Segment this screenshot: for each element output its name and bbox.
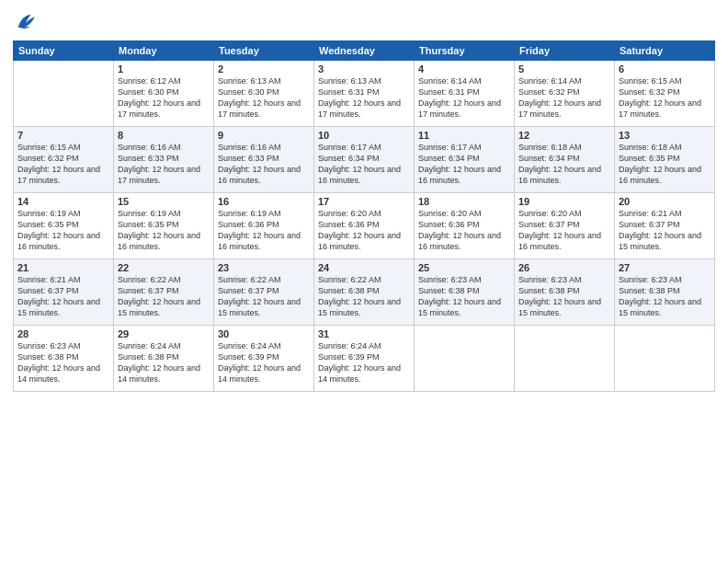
- day-number: 4: [418, 63, 510, 75]
- header-tuesday: Tuesday: [214, 41, 314, 61]
- week-row-5: 28Sunrise: 6:23 AM Sunset: 6:38 PM Dayli…: [14, 326, 715, 392]
- day-info: Sunrise: 6:19 AM Sunset: 6:35 PM Dayligh…: [118, 208, 210, 253]
- calendar-cell: 19Sunrise: 6:20 AM Sunset: 6:37 PM Dayli…: [515, 193, 615, 259]
- day-info: Sunrise: 6:17 AM Sunset: 6:34 PM Dayligh…: [318, 142, 410, 187]
- calendar-cell: [415, 326, 515, 392]
- calendar-cell: 2Sunrise: 6:13 AM Sunset: 6:30 PM Daylig…: [214, 61, 314, 127]
- calendar-cell: 9Sunrise: 6:16 AM Sunset: 6:33 PM Daylig…: [214, 127, 314, 193]
- day-number: 26: [518, 262, 610, 273]
- calendar-cell: 8Sunrise: 6:16 AM Sunset: 6:33 PM Daylig…: [114, 127, 214, 193]
- calendar-cell: 13Sunrise: 6:18 AM Sunset: 6:35 PM Dayli…: [615, 127, 715, 193]
- day-info: Sunrise: 6:14 AM Sunset: 6:31 PM Dayligh…: [418, 75, 510, 121]
- day-number: 7: [17, 130, 109, 141]
- day-number: 30: [218, 328, 310, 339]
- day-info: Sunrise: 6:22 AM Sunset: 6:38 PM Dayligh…: [318, 274, 410, 319]
- calendar-cell: 3Sunrise: 6:13 AM Sunset: 6:31 PM Daylig…: [314, 61, 415, 127]
- calendar-cell: 18Sunrise: 6:20 AM Sunset: 6:36 PM Dayli…: [415, 193, 515, 259]
- day-info: Sunrise: 6:19 AM Sunset: 6:36 PM Dayligh…: [218, 208, 310, 253]
- header-saturday: Saturday: [615, 41, 715, 61]
- header-friday: Friday: [515, 41, 615, 61]
- day-info: Sunrise: 6:23 AM Sunset: 6:38 PM Dayligh…: [518, 274, 610, 319]
- calendar-cell: 6Sunrise: 6:15 AM Sunset: 6:32 PM Daylig…: [615, 61, 715, 127]
- day-info: Sunrise: 6:18 AM Sunset: 6:35 PM Dayligh…: [619, 142, 711, 187]
- calendar-cell: 1Sunrise: 6:12 AM Sunset: 6:30 PM Daylig…: [114, 61, 214, 127]
- calendar-header-row: SundayMondayTuesdayWednesdayThursdayFrid…: [14, 41, 715, 61]
- logo-bird-icon: [13, 9, 39, 35]
- calendar-cell: 4Sunrise: 6:14 AM Sunset: 6:31 PM Daylig…: [415, 61, 515, 127]
- day-info: Sunrise: 6:19 AM Sunset: 6:35 PM Dayligh…: [17, 208, 109, 253]
- day-info: Sunrise: 6:16 AM Sunset: 6:33 PM Dayligh…: [218, 142, 310, 187]
- calendar-cell: 24Sunrise: 6:22 AM Sunset: 6:38 PM Dayli…: [314, 259, 415, 326]
- day-info: Sunrise: 6:23 AM Sunset: 6:38 PM Dayligh…: [17, 340, 109, 385]
- day-number: 20: [619, 196, 711, 207]
- calendar-cell: [14, 61, 114, 127]
- header: [13, 9, 715, 35]
- header-wednesday: Wednesday: [314, 41, 415, 61]
- calendar-cell: 16Sunrise: 6:19 AM Sunset: 6:36 PM Dayli…: [214, 193, 314, 259]
- day-number: 6: [619, 63, 711, 75]
- day-number: 18: [418, 196, 510, 207]
- day-info: Sunrise: 6:17 AM Sunset: 6:34 PM Dayligh…: [418, 142, 510, 187]
- day-number: 31: [318, 328, 410, 339]
- day-number: 21: [17, 262, 109, 273]
- day-number: 8: [118, 130, 210, 141]
- calendar-cell: 14Sunrise: 6:19 AM Sunset: 6:35 PM Dayli…: [14, 193, 114, 259]
- calendar-cell: 15Sunrise: 6:19 AM Sunset: 6:35 PM Dayli…: [114, 193, 214, 259]
- calendar-cell: 10Sunrise: 6:17 AM Sunset: 6:34 PM Dayli…: [314, 127, 415, 193]
- day-number: 19: [518, 196, 610, 207]
- calendar-cell: 11Sunrise: 6:17 AM Sunset: 6:34 PM Dayli…: [415, 127, 515, 193]
- day-number: 16: [218, 196, 310, 207]
- calendar-cell: [515, 326, 615, 392]
- day-number: 15: [118, 196, 210, 207]
- day-info: Sunrise: 6:16 AM Sunset: 6:33 PM Dayligh…: [118, 142, 210, 187]
- page: SundayMondayTuesdayWednesdayThursdayFrid…: [0, 0, 728, 563]
- day-info: Sunrise: 6:15 AM Sunset: 6:32 PM Dayligh…: [17, 142, 109, 187]
- day-info: Sunrise: 6:14 AM Sunset: 6:32 PM Dayligh…: [518, 75, 610, 121]
- day-info: Sunrise: 6:20 AM Sunset: 6:37 PM Dayligh…: [518, 208, 610, 253]
- day-info: Sunrise: 6:13 AM Sunset: 6:30 PM Dayligh…: [218, 75, 310, 121]
- calendar-cell: 31Sunrise: 6:24 AM Sunset: 6:39 PM Dayli…: [314, 326, 415, 392]
- day-info: Sunrise: 6:12 AM Sunset: 6:30 PM Dayligh…: [118, 75, 210, 121]
- day-number: 3: [318, 63, 410, 75]
- calendar-cell: 28Sunrise: 6:23 AM Sunset: 6:38 PM Dayli…: [14, 326, 114, 392]
- day-number: 17: [318, 196, 410, 207]
- day-number: 13: [619, 130, 711, 141]
- day-number: 9: [218, 130, 310, 141]
- calendar-table: SundayMondayTuesdayWednesdayThursdayFrid…: [13, 40, 715, 392]
- calendar-cell: 29Sunrise: 6:24 AM Sunset: 6:38 PM Dayli…: [114, 326, 214, 392]
- week-row-3: 14Sunrise: 6:19 AM Sunset: 6:35 PM Dayli…: [14, 193, 715, 259]
- day-info: Sunrise: 6:20 AM Sunset: 6:36 PM Dayligh…: [318, 208, 410, 253]
- calendar-cell: 20Sunrise: 6:21 AM Sunset: 6:37 PM Dayli…: [615, 193, 715, 259]
- day-info: Sunrise: 6:24 AM Sunset: 6:39 PM Dayligh…: [218, 340, 310, 385]
- calendar-cell: 21Sunrise: 6:21 AM Sunset: 6:37 PM Dayli…: [14, 259, 114, 326]
- day-info: Sunrise: 6:21 AM Sunset: 6:37 PM Dayligh…: [619, 208, 711, 253]
- day-number: 5: [518, 63, 610, 75]
- calendar-cell: 26Sunrise: 6:23 AM Sunset: 6:38 PM Dayli…: [515, 259, 615, 326]
- day-info: Sunrise: 6:20 AM Sunset: 6:36 PM Dayligh…: [418, 208, 510, 253]
- day-number: 25: [418, 262, 510, 273]
- day-number: 11: [418, 130, 510, 141]
- logo: [13, 9, 42, 35]
- day-number: 24: [318, 262, 410, 273]
- calendar-cell: 30Sunrise: 6:24 AM Sunset: 6:39 PM Dayli…: [214, 326, 314, 392]
- day-number: 1: [118, 63, 210, 75]
- week-row-1: 1Sunrise: 6:12 AM Sunset: 6:30 PM Daylig…: [14, 61, 715, 127]
- calendar-cell: [615, 326, 715, 392]
- day-info: Sunrise: 6:21 AM Sunset: 6:37 PM Dayligh…: [17, 274, 109, 319]
- day-info: Sunrise: 6:22 AM Sunset: 6:37 PM Dayligh…: [118, 274, 210, 319]
- day-info: Sunrise: 6:15 AM Sunset: 6:32 PM Dayligh…: [619, 75, 711, 121]
- day-number: 2: [218, 63, 310, 75]
- header-monday: Monday: [114, 41, 214, 61]
- day-info: Sunrise: 6:24 AM Sunset: 6:38 PM Dayligh…: [118, 340, 210, 385]
- calendar-cell: 22Sunrise: 6:22 AM Sunset: 6:37 PM Dayli…: [114, 259, 214, 326]
- day-info: Sunrise: 6:22 AM Sunset: 6:37 PM Dayligh…: [218, 274, 310, 319]
- week-row-4: 21Sunrise: 6:21 AM Sunset: 6:37 PM Dayli…: [14, 259, 715, 326]
- week-row-2: 7Sunrise: 6:15 AM Sunset: 6:32 PM Daylig…: [14, 127, 715, 193]
- calendar-cell: 7Sunrise: 6:15 AM Sunset: 6:32 PM Daylig…: [14, 127, 114, 193]
- day-info: Sunrise: 6:13 AM Sunset: 6:31 PM Dayligh…: [318, 75, 410, 121]
- day-number: 10: [318, 130, 410, 141]
- day-info: Sunrise: 6:24 AM Sunset: 6:39 PM Dayligh…: [318, 340, 410, 385]
- calendar-cell: 12Sunrise: 6:18 AM Sunset: 6:34 PM Dayli…: [515, 127, 615, 193]
- day-info: Sunrise: 6:18 AM Sunset: 6:34 PM Dayligh…: [518, 142, 610, 187]
- header-thursday: Thursday: [415, 41, 515, 61]
